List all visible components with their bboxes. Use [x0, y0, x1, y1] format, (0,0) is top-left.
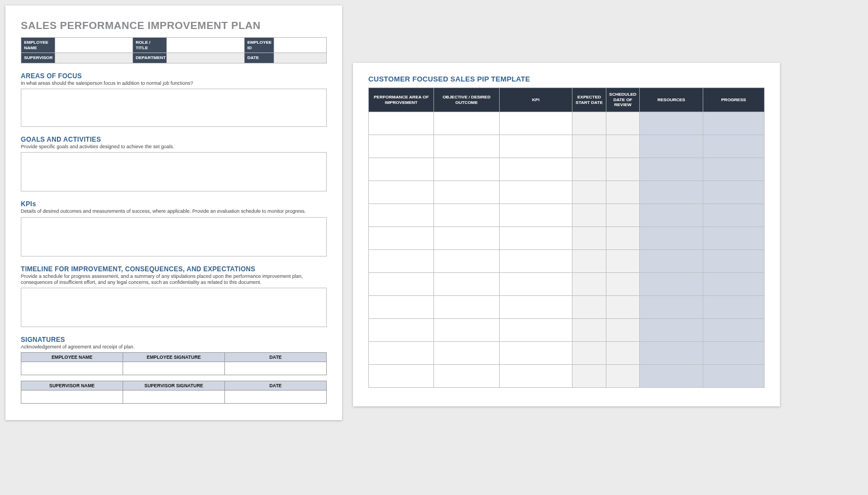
- pip-cell[interactable]: [572, 112, 606, 135]
- pip-cell[interactable]: [640, 319, 703, 342]
- pip-cell[interactable]: [572, 296, 606, 319]
- pip-cell[interactable]: [434, 342, 499, 365]
- pip-cell[interactable]: [434, 296, 499, 319]
- pip-cell[interactable]: [499, 158, 572, 181]
- textarea-areas[interactable]: [21, 89, 327, 127]
- pip-cell[interactable]: [606, 112, 639, 135]
- pip-cell[interactable]: [640, 158, 703, 181]
- input-role-title[interactable]: [167, 38, 245, 53]
- pip-cell[interactable]: [703, 319, 764, 342]
- input-date[interactable]: [274, 53, 327, 63]
- pip-cell[interactable]: [572, 273, 606, 296]
- pip-cell[interactable]: [572, 135, 606, 158]
- pip-cell[interactable]: [499, 135, 572, 158]
- pip-cell[interactable]: [703, 181, 764, 204]
- pip-cell[interactable]: [640, 204, 703, 227]
- pip-cell[interactable]: [703, 227, 764, 250]
- sig-cell-emp-name[interactable]: [21, 362, 123, 375]
- input-department[interactable]: [167, 53, 245, 63]
- pip-cell[interactable]: [434, 365, 499, 388]
- pip-cell[interactable]: [606, 342, 639, 365]
- input-employee-name[interactable]: [55, 38, 133, 53]
- pip-cell[interactable]: [640, 181, 703, 204]
- pip-cell[interactable]: [499, 112, 572, 135]
- pip-cell[interactable]: [499, 227, 572, 250]
- pip-cell[interactable]: [499, 342, 572, 365]
- textarea-timeline[interactable]: [21, 288, 327, 327]
- pip-cell[interactable]: [572, 204, 606, 227]
- pip-cell[interactable]: [499, 250, 572, 273]
- pip-cell[interactable]: [499, 296, 572, 319]
- pip-cell[interactable]: [499, 181, 572, 204]
- pip-cell[interactable]: [434, 227, 499, 250]
- pip-cell[interactable]: [640, 135, 703, 158]
- pip-cell[interactable]: [434, 158, 499, 181]
- pip-cell[interactable]: [703, 204, 764, 227]
- pip-cell[interactable]: [369, 250, 434, 273]
- pip-cell[interactable]: [369, 135, 434, 158]
- pip-cell[interactable]: [703, 112, 764, 135]
- pip-cell[interactable]: [369, 342, 434, 365]
- input-employee-id[interactable]: [274, 38, 327, 53]
- pip-cell[interactable]: [434, 112, 499, 135]
- pip-cell[interactable]: [606, 273, 639, 296]
- pip-cell[interactable]: [499, 319, 572, 342]
- pip-cell[interactable]: [369, 158, 434, 181]
- pip-cell[interactable]: [640, 296, 703, 319]
- pip-cell[interactable]: [572, 365, 606, 388]
- sig-cell-emp-signature[interactable]: [123, 362, 225, 375]
- pip-cell[interactable]: [499, 204, 572, 227]
- pip-cell[interactable]: [434, 250, 499, 273]
- pip-cell[interactable]: [640, 250, 703, 273]
- pip-cell[interactable]: [434, 319, 499, 342]
- pip-cell[interactable]: [434, 181, 499, 204]
- pip-cell[interactable]: [703, 273, 764, 296]
- pip-cell[interactable]: [369, 296, 434, 319]
- sig-cell-sup-signature[interactable]: [123, 391, 225, 404]
- pip-cell[interactable]: [606, 365, 639, 388]
- pip-cell[interactable]: [369, 112, 434, 135]
- textarea-kpis[interactable]: [21, 217, 327, 257]
- pip-cell[interactable]: [369, 227, 434, 250]
- pip-cell[interactable]: [703, 135, 764, 158]
- pip-cell[interactable]: [606, 319, 639, 342]
- pip-cell[interactable]: [640, 273, 703, 296]
- pip-cell[interactable]: [606, 135, 639, 158]
- textarea-goals[interactable]: [21, 152, 327, 191]
- pip-cell[interactable]: [369, 273, 434, 296]
- pip-cell[interactable]: [369, 365, 434, 388]
- pip-cell[interactable]: [369, 204, 434, 227]
- pip-cell[interactable]: [703, 365, 764, 388]
- pip-cell[interactable]: [703, 250, 764, 273]
- pip-cell[interactable]: [606, 204, 639, 227]
- pip-cell[interactable]: [640, 112, 703, 135]
- sig-cell-emp-date[interactable]: [225, 362, 327, 375]
- pip-cell[interactable]: [606, 296, 639, 319]
- pip-cell[interactable]: [434, 135, 499, 158]
- pip-cell[interactable]: [606, 227, 639, 250]
- input-supervisor[interactable]: [55, 53, 133, 63]
- sig-cell-sup-name[interactable]: [21, 391, 123, 404]
- pip-cell[interactable]: [572, 319, 606, 342]
- pip-cell[interactable]: [572, 181, 606, 204]
- pip-cell[interactable]: [434, 204, 499, 227]
- pip-cell[interactable]: [703, 158, 764, 181]
- pip-cell[interactable]: [499, 365, 572, 388]
- pip-cell[interactable]: [572, 227, 606, 250]
- pip-cell[interactable]: [572, 342, 606, 365]
- pip-cell[interactable]: [703, 342, 764, 365]
- sig-cell-sup-date[interactable]: [225, 391, 327, 404]
- pip-cell[interactable]: [369, 319, 434, 342]
- pip-cell[interactable]: [572, 158, 606, 181]
- pip-cell[interactable]: [640, 365, 703, 388]
- pip-cell[interactable]: [606, 158, 639, 181]
- pip-cell[interactable]: [572, 250, 606, 273]
- pip-cell[interactable]: [640, 342, 703, 365]
- pip-cell[interactable]: [640, 227, 703, 250]
- pip-cell[interactable]: [499, 273, 572, 296]
- pip-cell[interactable]: [369, 181, 434, 204]
- pip-cell[interactable]: [434, 273, 499, 296]
- pip-cell[interactable]: [703, 296, 764, 319]
- pip-cell[interactable]: [606, 250, 639, 273]
- pip-cell[interactable]: [606, 181, 639, 204]
